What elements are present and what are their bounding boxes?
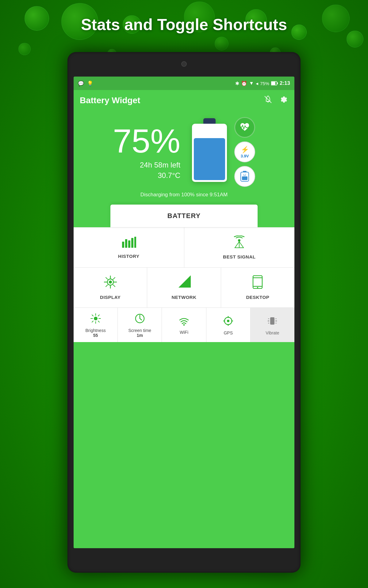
- svg-point-17: [238, 239, 240, 242]
- discharge-text: Discharging from 100% since 9:51AM: [137, 192, 231, 198]
- status-bar: 💬 💡 ✱ ⏰ ▼ ◂ 75% 2:13: [74, 77, 294, 90]
- desktop-button[interactable]: DESKTOP: [221, 268, 294, 307]
- battery-graphic-wrapper: [190, 118, 229, 186]
- svg-point-21: [109, 281, 112, 284]
- battery-status-icon: [271, 81, 278, 85]
- display-label: DISPLAY: [100, 295, 121, 300]
- battery-percentage: 75%: [113, 124, 180, 158]
- svg-line-46: [140, 318, 142, 320]
- wifi-status-icon: ▼: [249, 81, 254, 86]
- svg-point-49: [227, 320, 229, 322]
- svg-rect-12: [122, 242, 124, 248]
- best-signal-label: BEST SIGNAL: [223, 254, 255, 259]
- battery-tab-label: BATTERY: [167, 212, 201, 220]
- svg-rect-15: [131, 238, 133, 248]
- side-icons: ⚡ 3.9V Li: [234, 117, 255, 187]
- battery-time-left: 24h 58m left: [140, 161, 180, 169]
- network-icon: [177, 275, 191, 292]
- wifi-toggle-icon: [178, 316, 190, 328]
- svg-rect-7: [194, 138, 225, 180]
- svg-line-42: [98, 315, 99, 316]
- grid-row-1: HISTORY: [74, 227, 294, 267]
- battery-tab-button[interactable]: BATTERY: [110, 205, 258, 227]
- camera-notch: [181, 61, 187, 67]
- battery-stats: 75% 24h 58m left 30.7°C: [113, 124, 180, 180]
- svg-rect-2: [277, 82, 278, 84]
- wifi-label: WiFi: [180, 330, 188, 335]
- svg-rect-16: [134, 237, 136, 248]
- svg-line-26: [106, 277, 108, 279]
- bottom-panel: HISTORY: [74, 227, 294, 342]
- svg-marker-30: [178, 275, 191, 288]
- svg-point-47: [183, 324, 185, 326]
- brightness-label: Brightness: [86, 328, 106, 333]
- alarm-icon: ⏰: [241, 81, 247, 86]
- mute-icon[interactable]: [263, 95, 273, 107]
- signal-icon: ◂: [256, 81, 258, 86]
- battery-display-row: 75% 24h 58m left 30.7°C: [74, 117, 294, 187]
- display-button[interactable]: DISPLAY: [74, 268, 147, 307]
- history-icon: [121, 236, 136, 251]
- gps-icon: [223, 316, 233, 329]
- battery-graphic: [190, 118, 229, 186]
- health-icon-btn[interactable]: [234, 117, 255, 138]
- app-bar: Battery Widget: [74, 90, 294, 111]
- tab-selector-area: BATTERY: [74, 205, 294, 227]
- tablet-frame: 💬 💡 ✱ ⏰ ▼ ◂ 75% 2:13 Battery W: [67, 52, 301, 573]
- app-title: Battery Widget: [80, 96, 140, 105]
- gps-label: GPS: [224, 330, 233, 335]
- svg-line-43: [92, 321, 93, 322]
- battery-temperature: 30.7°C: [158, 171, 180, 180]
- svg-line-27: [113, 285, 115, 287]
- svg-rect-54: [270, 317, 274, 325]
- wifi-toggle[interactable]: WiFi: [162, 308, 206, 342]
- svg-rect-14: [128, 240, 130, 248]
- svg-line-29: [106, 285, 108, 287]
- network-button[interactable]: NETWORK: [147, 268, 221, 307]
- screen-time-toggle[interactable]: Screen time 1m: [118, 308, 162, 342]
- svg-line-40: [92, 315, 93, 316]
- voltage-icon-btn[interactable]: ⚡ 3.9V: [234, 141, 255, 162]
- page-title: Stats and Toggle Shortcuts: [81, 16, 287, 33]
- status-time: 2:13: [280, 80, 290, 86]
- brightness-value: 55: [93, 333, 98, 338]
- desktop-icon: [252, 275, 263, 292]
- li-battery-icon-btn[interactable]: Li: [234, 166, 255, 187]
- svg-point-34: [257, 287, 258, 288]
- vibrate-label: Vibrate: [266, 330, 279, 335]
- vibrate-icon: [267, 316, 278, 329]
- voltage-label: 3.9V: [241, 154, 249, 158]
- app-bar-icons: [263, 95, 288, 107]
- brightness-toggle[interactable]: Brightness 55: [74, 308, 118, 342]
- svg-text:Li: Li: [243, 173, 246, 176]
- desktop-label: DESKTOP: [246, 295, 269, 300]
- svg-rect-1: [271, 82, 275, 85]
- gps-toggle[interactable]: GPS: [206, 308, 251, 342]
- quick-toggle-row: Brightness 55 Screen time: [74, 307, 294, 342]
- svg-rect-13: [125, 239, 127, 248]
- vibrate-toggle[interactable]: Vibrate: [251, 308, 294, 342]
- clock-icon: [135, 313, 145, 326]
- history-label: HISTORY: [118, 254, 139, 259]
- bluetooth-icon: ✱: [235, 81, 239, 86]
- svg-line-41: [98, 321, 99, 322]
- status-left-icons: 💬 💡: [78, 81, 93, 86]
- screen: 💬 💡 ✱ ⏰ ▼ ◂ 75% 2:13 Battery W: [74, 77, 294, 548]
- screen-time-label: Screen time: [128, 328, 151, 333]
- main-content: 75% 24h 58m left 30.7°C: [74, 111, 294, 548]
- signal-tower-icon: [232, 236, 247, 251]
- brightness-icon: [90, 313, 101, 326]
- svg-point-35: [94, 317, 98, 320]
- bulb-icon: 💡: [87, 81, 93, 86]
- best-signal-button[interactable]: BEST SIGNAL: [184, 228, 295, 267]
- status-right-icons: ✱ ⏰ ▼ ◂ 75% 2:13: [235, 80, 290, 86]
- chat-icon: 💬: [78, 81, 84, 86]
- display-icon: [104, 275, 117, 292]
- history-button[interactable]: HISTORY: [74, 228, 184, 267]
- screen-time-value: 1m: [137, 333, 143, 338]
- page-title-area: Stats and Toggle Shortcuts: [0, 15, 368, 34]
- network-label: NETWORK: [171, 295, 196, 300]
- grid-row-2: DISPLAY NETWORK: [74, 267, 294, 307]
- settings-icon[interactable]: [278, 95, 288, 107]
- svg-rect-3: [267, 101, 269, 102]
